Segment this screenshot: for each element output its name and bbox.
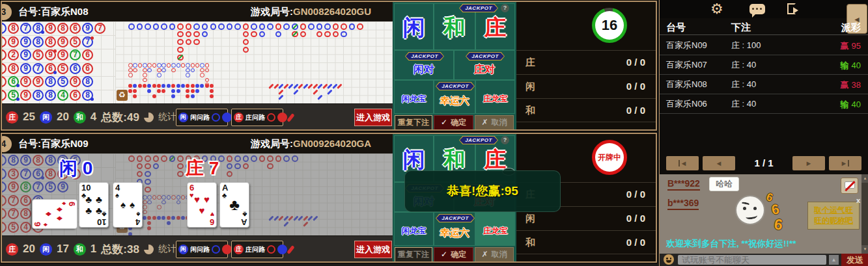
tie-count-badge: 和	[74, 111, 86, 124]
exit-icon[interactable]	[787, 3, 796, 14]
chat-scrollbar[interactable]: ▲ ▼	[861, 174, 868, 254]
pip: ♣	[85, 206, 92, 216]
player-ask-road-button[interactable]: 闲闲问路	[176, 109, 228, 126]
bet-banker-dragon-cell[interactable]: 庄龙宝	[475, 80, 515, 114]
confirm-button[interactable]: ✓确定	[434, 115, 473, 130]
small-road-cell	[147, 68, 152, 73]
last-page-button[interactable]: ►	[829, 156, 861, 170]
cancel-label: 取消	[492, 118, 507, 127]
bet-label: 庄	[476, 16, 514, 39]
total-count: 总数:38	[101, 242, 139, 257]
close-icon[interactable]: x	[856, 196, 860, 204]
bet-lucky6-cell[interactable]: JACKPOT幸运六	[434, 212, 475, 246]
repeat-bet-button[interactable]: 重复下注	[395, 247, 432, 262]
record-bet: 庄 : 40	[731, 55, 756, 75]
emoji-icon[interactable]	[664, 254, 674, 265]
dot-road-cell	[161, 89, 165, 93]
small-road-cell	[143, 68, 147, 73]
stats-label[interactable]: 统计	[158, 111, 176, 123]
bet-banker-pair-cell[interactable]: JACKPOT庄对	[454, 50, 515, 80]
payout-amount: 40	[852, 100, 861, 109]
pip: ♠	[120, 200, 126, 210]
help-icon[interactable]: ?	[501, 136, 509, 144]
small-road-cell	[191, 68, 195, 73]
bet-player-dragon-cell[interactable]: 闲龙宝	[394, 212, 434, 246]
small-road-cell	[128, 63, 133, 68]
stats-label[interactable]: 统计	[158, 243, 176, 255]
dot-road-cell	[147, 89, 151, 93]
record-bet: 庄 : 40	[731, 75, 756, 94]
chat-area: B***922 哈哈 b***369 6 6 6 取个运气旺 旺的昵称吧 x	[660, 174, 868, 254]
next-page-button[interactable]: ►	[792, 156, 825, 170]
payout-word: 输	[841, 60, 849, 70]
send-button[interactable]: 发送	[841, 254, 868, 266]
col-table: 台号	[666, 20, 686, 35]
dot-road-cell	[171, 94, 175, 98]
prev-page-button[interactable]: ◄	[703, 156, 735, 170]
timer-value: 16	[595, 11, 624, 40]
table-title: 台号:百家乐N08	[18, 6, 89, 18]
chat-username[interactable]: b***369	[667, 198, 699, 210]
settings-icon[interactable]: ⚙	[710, 0, 723, 18]
dot-road-cell	[133, 94, 137, 98]
dot-road-cell	[128, 89, 132, 93]
bet-record-row[interactable]: 百家乐N06庄 : 40输40	[660, 94, 868, 114]
bet-lucky6-cell[interactable]: JACKPOT幸运六	[434, 80, 475, 114]
bead-cell: 8	[33, 36, 44, 47]
banker-ask-road-button[interactable]: 庄庄问路	[231, 109, 283, 126]
cancel-button[interactable]: ✗取消	[475, 115, 514, 130]
cancel-button[interactable]: ✗取消	[475, 247, 514, 262]
dot-road-cell	[191, 89, 195, 93]
chat-mute-icon[interactable]	[841, 178, 858, 194]
bet-record-row[interactable]: 百家乐N08庄 : 40赢38	[660, 75, 868, 94]
player-ask-road-button[interactable]: 闲闲问路	[176, 241, 228, 258]
big-road-cell	[202, 31, 208, 38]
banker-ask-road-button[interactable]: 庄庄问路	[231, 241, 283, 258]
tie-count-badge: 和	[74, 243, 86, 256]
bead-cell: 8	[8, 23, 19, 34]
banker-count: 25	[23, 111, 35, 124]
scroll-up-icon[interactable]: ▲	[861, 174, 868, 183]
round-label: 游戏局号:	[251, 6, 293, 17]
first-page-button[interactable]: ◄	[666, 156, 699, 170]
nickname-tip-popup[interactable]: 取个运气旺 旺的昵称吧 x	[807, 202, 860, 230]
confirm-label: 确定	[451, 118, 466, 127]
dot-road-cell	[210, 84, 214, 88]
table-title: 台号:百家乐N09	[18, 138, 89, 150]
small-road-cell	[171, 63, 176, 68]
refresh-road-icon[interactable]: ♻	[117, 90, 128, 101]
small-road-cell	[186, 73, 190, 77]
help-icon[interactable]: ?	[501, 4, 509, 12]
record-table-name: 百家乐N09	[666, 36, 707, 55]
bet-player-pair-cell[interactable]: JACKPOT闲对	[394, 50, 454, 80]
chat-username[interactable]: B***922	[667, 178, 700, 191]
bead-cell: 6	[70, 23, 81, 34]
dot-road-cell	[210, 94, 214, 98]
big-road-cell	[145, 23, 151, 30]
bet-record-row[interactable]: 百家乐N07庄 : 40输40	[660, 55, 868, 75]
bet-record-row[interactable]: 百家乐N09庄 : 100赢95	[660, 36, 868, 55]
bead-cell	[2, 49, 7, 60]
bet-banker-dragon-cell[interactable]: 庄龙宝	[475, 212, 515, 246]
big-road-cell	[259, 23, 266, 30]
bead-cell: 9	[82, 23, 93, 34]
hollow-circle-icon	[267, 113, 275, 122]
enter-game-button[interactable]: 进入游戏	[354, 109, 392, 126]
expand-input-icon[interactable]: ▲	[829, 255, 839, 265]
big-road-cell	[177, 39, 184, 46]
chat-icon[interactable]	[749, 4, 765, 14]
stake-value: 0 / 0	[626, 105, 645, 116]
enter-game-button[interactable]: 进入游戏	[354, 241, 392, 258]
result-counts: 庄25闲20和4总数:49统计	[6, 104, 176, 130]
repeat-bet-button[interactable]: 重复下注	[395, 115, 432, 130]
chat-input[interactable]	[678, 255, 826, 265]
bead-plate: 8789869799889572959976897656669985985988…	[2, 21, 115, 103]
pair-dot	[53, 49, 57, 53]
bead-cell: 5	[57, 63, 68, 74]
slash-road-cell	[293, 89, 298, 94]
record-table-name: 百家乐N07	[666, 55, 707, 75]
confirm-button[interactable]: ✓确定	[434, 247, 473, 262]
scroll-down-icon[interactable]: ▼	[861, 245, 868, 254]
bet-player-cell[interactable]: 闲	[394, 3, 434, 50]
bet-player-dragon-cell[interactable]: 闲龙宝	[394, 80, 434, 114]
